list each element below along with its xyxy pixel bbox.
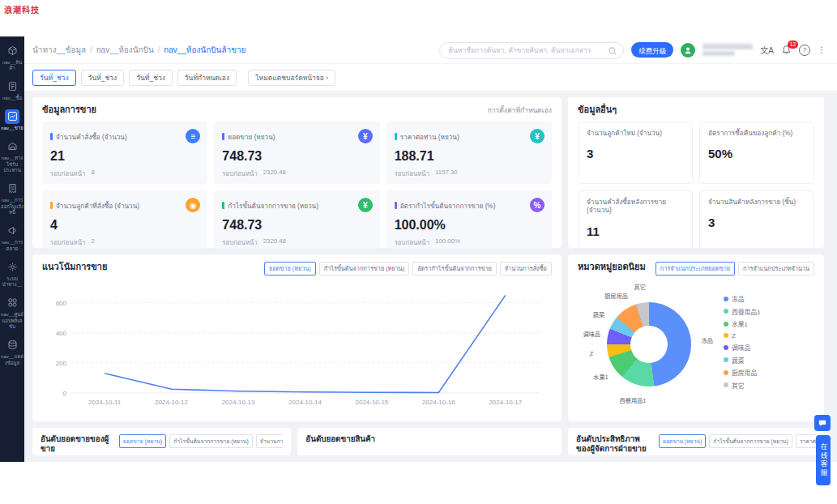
stat-title: ราคาต่อท่าน (หยวน) — [400, 134, 459, 141]
ranking-1-tab-1[interactable]: ยอดขาย (หยวน) — [119, 434, 166, 448]
data-source-icon — [5, 338, 19, 352]
x-axis-tick: 2024-10-16 — [422, 399, 455, 406]
user-name-redacted — [702, 44, 753, 56]
translate-icon[interactable]: 文A — [760, 44, 774, 56]
legend-item-7[interactable]: 厨房用品 — [724, 368, 761, 377]
legend-item-4[interactable]: Z — [724, 332, 761, 340]
other-stat-title: จำนวนสินค้าหลังการขาย (ชิ้น) — [708, 199, 805, 207]
more-menu-icon[interactable]: ⋮ — [818, 45, 826, 54]
stat-previous-value: 2320.48 — [263, 169, 286, 178]
sales-stat-grid: จำนวนคำสั่งซื้อ (จำนวน)≡21รอบก่อนหน้า8ยอ… — [42, 122, 552, 248]
donut-legend: 冻品西餐用品1水果1Z调味品蔬菜厨房用品其它 — [724, 281, 761, 390]
breadcrumb-item-1[interactable]: นำทาง__ข้อมูล — [32, 44, 86, 56]
trend-card-title: แนวโน้มการขาย — [42, 262, 107, 273]
purchase-doc-icon — [5, 79, 19, 94]
notification-badge: 12 — [788, 41, 798, 49]
stat-previous-value: 2 — [91, 237, 94, 247]
stat-previous: รอบก่อนหน้า2320.48 — [222, 169, 371, 178]
trend-tab-4[interactable]: จำนวนการสั่งซื้อ — [500, 262, 552, 275]
stat-value: 21 — [50, 149, 199, 164]
sidebar-item-warehouse[interactable]: nav__ทางไซ่รับประทาน — [1, 139, 23, 174]
ranking-3-tab-2[interactable]: กำไรขั้นต้นจากการขาย (หยวน) — [709, 434, 792, 448]
trend-tabs: ยอดขาย (หยวน)กำไรขั้นต้นจากการขาย (หยวน)… — [264, 262, 552, 275]
sidebar-item-data-source[interactable]: nav__แหล่งข้อมูล — [1, 338, 23, 367]
sidebar-item-label: nav__ศูนย์แอปพลิเคชัน — [1, 312, 23, 331]
stat-title: จำนวนคำสั่งซื้อ (จำนวน) — [56, 134, 127, 141]
ranking-1-tab-2[interactable]: กำไรขั้นต้นจากการขาย (หยวน) — [169, 434, 253, 448]
legend-item-8[interactable]: 其它 — [724, 381, 761, 390]
sidebar-item-sales-chart[interactable]: nav__ขาย — [1, 109, 23, 132]
stat-title: ยอดขาย (หยวน) — [228, 134, 275, 141]
breadcrumb: นำทาง__ข้อมูล/nav__ห้องนักบิน/nav__ห้องน… — [32, 44, 246, 56]
ranking-cards-row: อันดับยอดขายของผู้ขายยอดขาย (หยวน)กำไรขั… — [32, 428, 824, 455]
stat-value: 188.71 — [395, 149, 544, 164]
legend-item-1[interactable]: 冻品 — [724, 294, 761, 303]
breadcrumb-item-2[interactable]: nav__ห้องนักบิน — [96, 44, 154, 56]
legend-color-dot — [724, 370, 728, 375]
category-tab-1[interactable]: การจำแนกประเภทยอดขาย — [656, 262, 735, 275]
stat-previous-label: รอบก่อนหน้า — [50, 237, 85, 247]
category-tab-2[interactable]: การจำแนกประเภทจำนวน — [738, 262, 814, 275]
stat-previous-value: 8 — [91, 169, 94, 178]
legend-color-dot — [724, 382, 728, 387]
stat-value: 4 — [50, 218, 199, 233]
category-donut-chart[interactable] — [607, 302, 691, 387]
app-window: nav__สินค้าnav__ซื้อnav__ขายnav__ทางไซ่ร… — [0, 36, 837, 462]
ranking-3-tab-1[interactable]: ยอดขาย (หยวน) — [659, 434, 706, 448]
x-axis-tick: 2024-10-12 — [155, 399, 188, 406]
sidebar-item-product-box[interactable]: nav__สินค้า — [1, 43, 23, 72]
legend-color-dot — [724, 322, 728, 327]
legend-item-2[interactable]: 西餐用品1 — [724, 307, 761, 316]
sidebar-item-marketing[interactable]: nav__การตลาด — [1, 224, 23, 253]
other-data-card: ข้อมูลอื่นๆ จำนวนลูกค้าใหม่ (จำนวน)3อัตร… — [568, 97, 824, 248]
breadcrumb-item-3[interactable]: nav__ห้องนักบินล้าขาย — [164, 44, 246, 56]
x-axis-tick: 2024-10-15 — [356, 399, 389, 406]
legend-item-6[interactable]: 蔬菜 — [724, 356, 761, 365]
avatar[interactable] — [681, 43, 695, 58]
legend-color-dot — [724, 297, 728, 301]
topbar-right: 续费升级 文A 12 ? ⋮ — [439, 41, 826, 58]
search-input[interactable] — [439, 42, 624, 59]
user-icon — [683, 45, 693, 55]
stat-previous: รอบก่อนหน้า2 — [50, 237, 199, 247]
trend-tab-1[interactable]: ยอดขาย (หยวน) — [264, 262, 316, 275]
stat-color-tick — [395, 133, 397, 140]
dashboard-mode-button[interactable]: โหมดแดชบอร์ดหน้าจอ › — [248, 70, 335, 86]
legend-color-dot — [724, 345, 728, 350]
chat-fab-button[interactable] — [814, 415, 831, 431]
trend-tab-2[interactable]: กำไรขั้นต้นจากการขาย (หยวน) — [319, 262, 409, 275]
search-icon[interactable] — [608, 45, 617, 59]
sidebar-item-system-gear[interactable]: ระบบนำทาง__ — [1, 259, 23, 288]
date-filter-button-1[interactable]: วันที่_ช่วง — [32, 70, 76, 86]
sales-stat-tile-6: อัตรากำไรขั้นต้นจากการขาย (%)%100.00%รอบ… — [386, 190, 552, 248]
ranking-card-1: อันดับยอดขายของผู้ขายยอดขาย (หยวน)กำไรขั… — [32, 428, 291, 455]
sidebar-item-invoice[interactable]: nav__การออกใบแจ้งหนี้ — [1, 182, 23, 216]
sidebar-item-purchase-doc[interactable]: nav__ซื้อ — [1, 79, 23, 102]
customer-service-ribbon[interactable]: 在线客服 — [816, 435, 831, 485]
legend-item-5[interactable]: 调味品 — [724, 343, 761, 352]
other-card-title: ข้อมูลอื่นๆ — [578, 105, 617, 116]
legend-label: 水果1 — [732, 319, 748, 328]
help-icon[interactable]: ? — [799, 45, 810, 56]
sidebar: nav__สินค้าnav__ซื้อnav__ขายnav__ทางไซ่ร… — [0, 36, 24, 462]
custom-settings-link[interactable]: การตั้งค่าที่กำหนดเอง — [488, 105, 552, 116]
x-axis-tick: 2024-10-14 — [288, 399, 322, 406]
donut-slice-label: Z — [590, 350, 593, 357]
date-filter-button-4[interactable]: วันที่กำหนดเอง — [177, 70, 237, 86]
legend-item-3[interactable]: 水果1 — [724, 319, 761, 328]
legend-label: 冻品 — [732, 294, 745, 303]
legend-label: 西餐用品1 — [732, 307, 761, 316]
date-filter-button-3[interactable]: วันที่_ช่วง — [129, 70, 173, 86]
chat-icon — [818, 418, 827, 428]
x-axis-tick: 2024-10-17 — [489, 399, 522, 406]
notification-bell-icon[interactable]: 12 — [781, 45, 792, 55]
ranking-1-tab-3[interactable]: จำนวนการสั่งซื้อ — [256, 434, 284, 448]
legend-color-dot — [724, 357, 728, 362]
sidebar-item-app-center[interactable]: nav__ศูนย์แอปพลิเคชัน — [1, 296, 23, 331]
other-stat-tile-4: จำนวนสินค้าหลังการขาย (ชิ้น)3 — [699, 190, 814, 248]
trend-tab-3[interactable]: อัตรากำไรขั้นต้นจากการขาย — [412, 262, 497, 275]
ranking-3-tab-3[interactable]: ราคาต่อท่าน (หยวน) — [796, 434, 816, 448]
renew-upgrade-button[interactable]: 续费升级 — [631, 42, 673, 58]
donut-wrap: 冻品西餐用品1水果1Z调味品蔬菜厨房用品其它 — [578, 281, 724, 409]
date-filter-button-2[interactable]: วันที่_ช่วง — [81, 70, 125, 86]
